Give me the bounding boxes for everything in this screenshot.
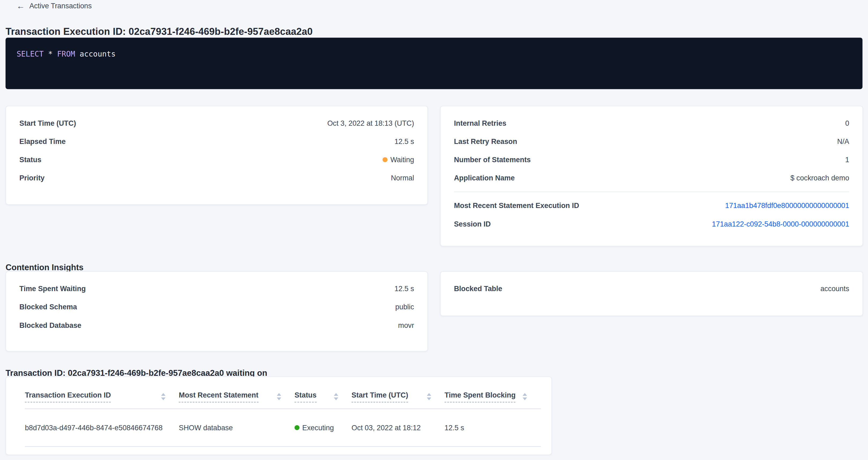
column-header-label: Transaction Execution ID	[25, 391, 111, 402]
waiting-on-table-card: Transaction Execution ID Most Recent Sta…	[6, 376, 552, 455]
table-row: b8d7d03a-d497-446b-8474-e50846674768 SHO…	[25, 424, 551, 432]
back-button[interactable]: ← Active Transactions	[17, 2, 92, 10]
kv-label: Blocked Table	[454, 284, 502, 293]
contention-card-left: Time Spent Waiting 12.5 s Blocked Schema…	[6, 271, 428, 351]
session-id-link[interactable]: 171aa122-c092-54b8-0000-000000000001	[712, 220, 849, 228]
cell-time-spent-blocking: 12.5 s	[444, 424, 540, 432]
kv-value: 12.5 s	[395, 284, 414, 293]
kv-label: Blocked Schema	[19, 303, 77, 311]
kv-label: Status	[19, 155, 41, 164]
kv-value: Normal	[391, 174, 414, 182]
status-value: Waiting	[382, 155, 414, 164]
kv-label: Priority	[19, 174, 44, 182]
sort-icon	[277, 393, 281, 400]
kv-value: public	[395, 303, 414, 311]
column-header-most-recent-statement[interactable]: Most Recent Statement	[179, 391, 294, 402]
page-title: Transaction Execution ID: 02ca7931-f246-…	[6, 26, 313, 37]
column-header-label: Start Time (UTC)	[351, 391, 408, 402]
sort-icon	[523, 393, 527, 400]
column-header-label: Most Recent Statement	[179, 391, 258, 402]
contention-card-right: Blocked Table accounts	[440, 271, 863, 316]
kv-row-blocked-database: Blocked Database movr	[19, 316, 414, 334]
kv-row-blocked-schema: Blocked Schema public	[19, 298, 414, 316]
sort-icon	[334, 393, 338, 400]
cell-transaction-execution-id: b8d7d03a-d497-446b-8474-e50846674768	[25, 424, 179, 432]
summary-card-right: Internal Retries 0 Last Retry Reason N/A…	[440, 105, 863, 246]
summary-card-left: Start Time (UTC) Oct 3, 2022 at 18:13 (U…	[6, 105, 428, 205]
kv-value: accounts	[820, 284, 849, 293]
kv-value: Oct 3, 2022 at 18:13 (UTC)	[327, 119, 414, 127]
kv-row-time-spent-waiting: Time Spent Waiting 12.5 s	[19, 280, 414, 298]
column-header-start-time[interactable]: Start Time (UTC)	[351, 391, 444, 402]
statement-execution-id-link[interactable]: 171aa1b478fdf0e80000000000000001	[725, 202, 849, 210]
status-text: Executing	[302, 424, 334, 432]
kv-label: Most Recent Statement Execution ID	[454, 202, 579, 210]
column-header-label: Time Spent Blocking	[444, 391, 516, 402]
kv-label: Start Time (UTC)	[19, 119, 76, 127]
sql-table-ref: accounts	[75, 49, 116, 58]
kv-label: Application Name	[454, 174, 515, 182]
sql-star: *	[44, 49, 57, 58]
waiting-status-dot-icon	[382, 157, 388, 162]
cell-status: Executing	[294, 424, 352, 432]
cell-start-time: Oct 03, 2022 at 18:12	[351, 424, 444, 432]
column-header-time-spent-blocking[interactable]: Time Spent Blocking	[444, 391, 540, 402]
kv-row-session-id: Session ID 171aa122-c092-54b8-0000-00000…	[454, 215, 849, 233]
kv-row-blocked-table: Blocked Table accounts	[454, 280, 849, 298]
kv-row-priority: Priority Normal	[19, 169, 414, 187]
kv-label: Elapsed Time	[19, 137, 66, 146]
cell-most-recent-statement: SHOW database	[179, 424, 294, 432]
card-divider	[454, 192, 849, 192]
column-header-label: Status	[294, 391, 317, 402]
sql-keyword-from: FROM	[57, 49, 75, 58]
kv-row-statement-execution-id: Most Recent Statement Execution ID 171aa…	[454, 196, 849, 215]
column-header-status[interactable]: Status	[294, 391, 352, 402]
column-header-transaction-execution-id[interactable]: Transaction Execution ID	[25, 391, 179, 402]
back-arrow-icon: ←	[17, 2, 25, 10]
kv-label: Time Spent Waiting	[19, 284, 86, 293]
sql-keyword-select: SELECT	[17, 49, 44, 58]
kv-label: Number of Statements	[454, 155, 530, 164]
back-label: Active Transactions	[29, 2, 92, 10]
kv-row-application-name: Application Name $ cockroach demo	[454, 169, 849, 187]
transaction-details-page: ← Active Transactions Transaction Execut…	[0, 0, 868, 460]
kv-label: Last Retry Reason	[454, 137, 517, 146]
kv-row-start-time: Start Time (UTC) Oct 3, 2022 at 18:13 (U…	[19, 114, 414, 132]
sql-statement: SELECT * FROM accounts	[17, 49, 851, 59]
kv-label: Internal Retries	[454, 119, 506, 127]
sort-icon	[161, 393, 166, 400]
kv-label: Session ID	[454, 220, 491, 228]
table-row-divider	[25, 446, 541, 447]
kv-row-status: Status Waiting	[19, 151, 414, 169]
kv-row-internal-retries: Internal Retries 0	[454, 114, 849, 132]
kv-row-last-retry-reason: Last Retry Reason N/A	[454, 132, 849, 151]
sort-icon	[427, 393, 431, 400]
kv-row-number-of-statements: Number of Statements 1	[454, 151, 849, 169]
kv-value: 12.5 s	[395, 137, 414, 146]
kv-value: N/A	[837, 137, 849, 146]
table-header-row: Transaction Execution ID Most Recent Sta…	[25, 391, 551, 402]
kv-label: Blocked Database	[19, 321, 81, 330]
kv-value: 0	[845, 119, 849, 127]
executing-status-dot-icon	[294, 425, 300, 430]
status-text: Waiting	[390, 155, 414, 164]
sql-statement-box: SELECT * FROM accounts	[6, 37, 863, 89]
kv-row-elapsed-time: Elapsed Time 12.5 s	[19, 132, 414, 151]
kv-value: $ cockroach demo	[790, 174, 849, 182]
kv-value: movr	[398, 321, 414, 330]
contention-insights-heading: Contention Insights	[6, 263, 84, 272]
kv-value: 1	[845, 155, 849, 164]
table-header-divider	[25, 408, 541, 409]
